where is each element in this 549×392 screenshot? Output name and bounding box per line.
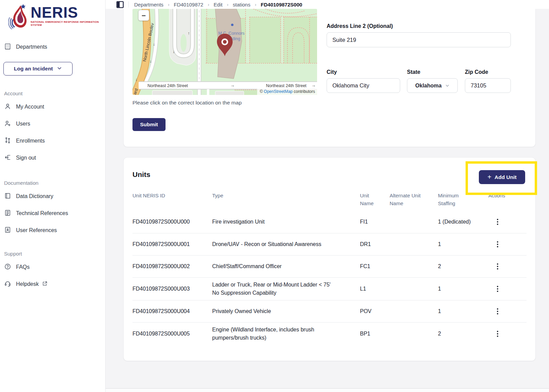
row-actions-kebab-icon[interactable] — [492, 239, 503, 249]
map-canvas: M.C. Connors Building Northeast 24th Str… — [132, 9, 317, 95]
breadcrumb-stations[interactable]: stations — [233, 2, 251, 7]
station-form-card: M.C. Connors Building Northeast 24th Str… — [123, 9, 536, 147]
minimum-staffing: 2 — [438, 263, 488, 270]
unit-neris-id: FD40109872S000U003 — [132, 286, 212, 292]
map-street-label-left: Northeast 24th Street — [147, 83, 188, 88]
add-unit-label: Add Unit — [495, 174, 517, 180]
svg-text:↓: ↓ — [153, 42, 155, 47]
address-line2-field[interactable] — [327, 32, 511, 47]
unit-type: Fire investigation Unit — [212, 218, 360, 226]
breadcrumb-department-id[interactable]: FD40109872 — [174, 2, 203, 7]
book-icon — [4, 192, 11, 201]
zip-field[interactable] — [465, 78, 511, 93]
add-unit-button[interactable]: + Add Unit — [479, 170, 525, 184]
breadcrumb-station-id: FD40109872S000 — [261, 2, 302, 7]
openstreetmap-link[interactable]: OpenStreetMap — [264, 89, 293, 94]
sidebar-item-faqs[interactable]: FAQs — [0, 259, 105, 276]
svg-text:↓: ↓ — [135, 77, 137, 82]
table-row: FD40109872S000U005 Engine (Wildland Inte… — [132, 322, 527, 345]
top-bar: Departments › FD40109872 › Edit › statio… — [106, 0, 549, 9]
zip-label: Zip Code — [465, 69, 511, 75]
question-circle-icon — [4, 263, 11, 272]
submit-button[interactable]: Submit — [132, 118, 166, 131]
table-row: FD40109872S000U004 Privately Owned Vehic… — [132, 300, 527, 322]
sidebar-item-enrollments[interactable]: Enrollments — [0, 132, 105, 149]
col-alternate-unit-name: Alternate Unit Name — [390, 192, 438, 208]
log-incident-label: Log an Incident — [14, 66, 53, 72]
logo-name: NERIS — [31, 5, 105, 20]
location-map[interactable]: M.C. Connors Building Northeast 24th Str… — [132, 9, 317, 95]
unit-name: FI1 — [360, 219, 390, 225]
unit-neris-id: FD40109872S000U001 — [132, 241, 212, 247]
address-line2-label: Address Line 2 (Optional) — [327, 23, 511, 29]
breadcrumb-separator: › — [255, 2, 256, 7]
attribution-prefix: © — [260, 89, 263, 94]
sidebar-item-helpdesk[interactable]: Helpdesk — [0, 276, 105, 293]
external-link-icon — [42, 281, 48, 288]
unit-name: BP1 — [360, 331, 390, 337]
sidebar-item-label: User References — [16, 227, 57, 233]
sidebar-item-label: Departments — [16, 44, 47, 50]
unit-type: Drone/UAV - Recon or Situational Awarene… — [212, 240, 360, 248]
col-type: Type — [212, 192, 360, 199]
unit-neris-id: FD40109872S000U002 — [132, 263, 212, 270]
unit-name: DR1 — [360, 241, 390, 247]
sidebar-item-label: Helpdesk — [16, 281, 39, 287]
svg-text:↓: ↓ — [173, 49, 175, 54]
logo-tagline: NATIONAL EMERGENCY RESPONSE INFORMATION … — [31, 20, 105, 27]
minimum-staffing: 1 — [438, 241, 488, 247]
breadcrumb-edit[interactable]: Edit — [214, 2, 222, 7]
sidebar-item-sign-out[interactable]: Sign out — [0, 149, 105, 166]
unit-name: POV — [360, 308, 390, 314]
sidebar-item-my-account[interactable]: My Account — [0, 98, 105, 115]
state-label: State — [407, 69, 458, 75]
page-content: M.C. Connors Building Northeast 24th Str… — [106, 9, 549, 392]
enrollments-icon — [4, 137, 11, 145]
unit-neris-id: FD40109872S000U000 — [132, 219, 212, 225]
row-actions-kebab-icon[interactable] — [492, 306, 503, 316]
unit-name: L1 — [360, 286, 390, 292]
user-plus-icon — [4, 120, 11, 128]
sidebar-item-users[interactable]: Users — [0, 115, 105, 132]
table-row: FD40109872S000U003 Ladder or Truck, Rear… — [132, 277, 527, 300]
section-label-documentation: Documentation — [0, 180, 105, 186]
row-actions-kebab-icon[interactable] — [492, 261, 503, 272]
sidebar-item-user-references[interactable]: User References — [0, 222, 105, 239]
flame-logo-icon — [8, 3, 29, 32]
sidebar-item-label: Users — [16, 121, 30, 127]
neris-logo[interactable]: NERIS NATIONAL EMERGENCY RESPONSE INFORM… — [8, 3, 105, 32]
table-row: FD40109872S000U001 Drone/UAV - Recon or … — [132, 233, 527, 255]
sidebar-item-departments[interactable]: Departments — [0, 42, 105, 52]
svg-text:→: → — [311, 83, 316, 88]
city-label: City — [327, 69, 400, 75]
sidebar-item-label: FAQs — [16, 264, 30, 270]
sidebar-item-label: Technical References — [16, 210, 68, 216]
svg-text:→: → — [230, 83, 235, 88]
sidebar-item-technical-references[interactable]: Technical References — [0, 205, 105, 222]
user-document-icon — [4, 226, 11, 235]
minimum-staffing: 1 — [438, 286, 488, 292]
map-zoom-out-button[interactable]: − — [138, 10, 149, 21]
footer-strip — [106, 389, 549, 392]
row-actions-kebab-icon[interactable] — [492, 284, 503, 294]
log-an-incident-button[interactable]: Log an Incident — [3, 62, 73, 76]
section-label-account: Account — [0, 91, 105, 96]
minimum-staffing: 2 — [438, 331, 488, 337]
sidebar-item-label: Sign out — [16, 155, 36, 161]
sidebar-item-label: My Account — [16, 104, 44, 110]
sidebar-item-data-dictionary[interactable]: Data Dictionary — [0, 188, 105, 205]
row-actions-kebab-icon[interactable] — [492, 217, 503, 227]
chevron-down-icon — [445, 83, 450, 88]
state-select[interactable]: Oklahoma — [407, 78, 458, 93]
sidebar-toggle-icon[interactable] — [116, 0, 124, 9]
breadcrumb-departments[interactable]: Departments — [134, 2, 163, 7]
city-field[interactable] — [327, 78, 400, 93]
unit-type: Chief/Staff/Command Officer — [212, 262, 360, 271]
unit-neris-id: FD40109872S000U005 — [132, 331, 212, 337]
section-label-support: Support — [0, 251, 105, 257]
sidebar-item-label: Enrollments — [16, 138, 45, 144]
unit-type: Ladder or Truck, Rear or Mid-Mount Ladde… — [212, 281, 360, 297]
document-lines-icon — [4, 209, 11, 218]
row-actions-kebab-icon[interactable] — [492, 329, 503, 339]
main-area: Departments › FD40109872 › Edit › statio… — [106, 0, 549, 392]
